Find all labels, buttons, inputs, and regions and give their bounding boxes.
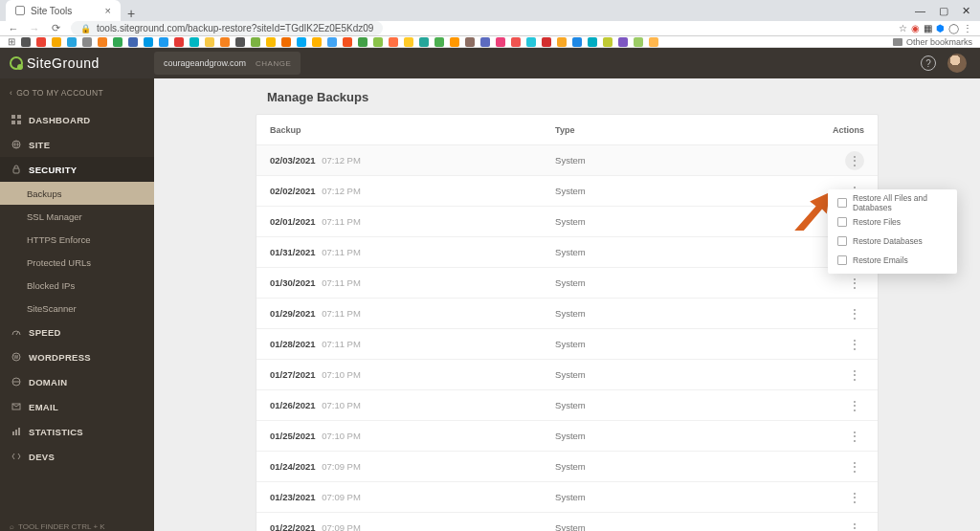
browser-tabbar: Site Tools × + — ▢ ✕ [0,0,980,21]
browser-tab-active[interactable]: Site Tools × [6,0,121,21]
bookmark-icon[interactable] [557,37,567,47]
profile-icon[interactable]: ◯ [948,23,959,33]
bookmark-icon[interactable] [404,37,413,47]
row-actions-button[interactable]: ⋮ [845,396,864,415]
bookmark-icon[interactable] [52,37,61,47]
menu-item-restore-files[interactable]: Restore Files [828,212,957,232]
bookmark-icon[interactable] [297,37,306,47]
bookmark-icon[interactable] [465,37,475,47]
help-icon[interactable]: ? [921,55,936,71]
sidebar-item-site[interactable]: SITE [0,132,154,157]
forward-icon[interactable]: → [29,23,40,34]
bookmark-icon[interactable] [634,37,643,47]
bookmark-icon[interactable] [358,37,368,47]
avatar[interactable] [947,54,967,73]
close-icon[interactable]: × [105,5,111,16]
bookmark-icon[interactable] [82,37,92,47]
bookmark-icon[interactable] [434,37,444,47]
bookmark-icon[interactable] [189,37,199,47]
bookmark-icon[interactable] [251,37,260,47]
bookmark-icon[interactable] [572,37,582,47]
apps-icon[interactable]: ⊞ [8,36,15,47]
bookmark-icon[interactable] [480,37,490,47]
new-tab-button[interactable]: + [121,6,142,21]
bookmark-icon[interactable] [526,37,536,47]
row-actions-button[interactable]: ⋮ [845,151,864,170]
bookmark-icon[interactable] [220,37,230,47]
site-selector[interactable]: courageandgrow.com CHANGE [154,52,301,75]
reload-icon[interactable]: ⟳ [50,22,61,34]
minimize-icon[interactable]: — [915,5,925,17]
bookmark-icon[interactable] [588,37,597,47]
tool-finder[interactable]: ⌕ TOOL FINDER CTRL + K [0,509,154,531]
sidebar-subitem-protected-urls[interactable]: Protected URLs [0,251,154,274]
sidebar-item-speed[interactable]: SPEED [0,320,154,344]
bookmark-icon[interactable] [542,37,551,47]
back-icon[interactable]: ← [8,23,19,34]
bookmark-icon[interactable] [327,37,337,47]
sidebar-subitem-blocked-ips[interactable]: Blocked IPs [0,274,154,297]
bookmark-icon[interactable] [235,37,245,47]
change-site-link[interactable]: CHANGE [256,59,291,68]
bookmark-icon[interactable] [266,37,276,47]
menu-item-restore-emails[interactable]: Restore Emails [828,251,957,270]
maximize-icon[interactable]: ▢ [939,5,948,17]
bookmark-icon[interactable] [159,37,168,47]
bookmark-icon[interactable] [128,37,138,47]
bookmark-icon[interactable] [36,37,46,47]
cell-backup: 02/01/2021 07:11 PM [270,216,555,227]
menu-icon[interactable]: ⋮ [963,23,972,33]
bookmark-icon[interactable] [312,37,322,47]
bookmark-icon[interactable] [67,37,77,47]
go-to-account-link[interactable]: ‹ GO TO MY ACCOUNT [0,78,154,107]
bookmark-icon[interactable] [649,37,658,47]
bookmark-icon[interactable] [618,37,628,47]
sidebar-item-security[interactable]: SECURITY [0,157,154,182]
sidebar-item-wordpress[interactable]: WWORDPRESS [0,344,154,369]
bookmark-icon[interactable] [205,37,214,47]
bookmark-icon[interactable] [343,37,352,47]
sidebar-subitem-https-enforce[interactable]: HTTPS Enforce [0,228,154,251]
sidebar-item-email[interactable]: EMAIL [0,394,154,419]
other-bookmarks-button[interactable]: Other bookmarks [893,37,972,47]
bookmark-icon[interactable] [174,37,184,47]
bookmark-icon[interactable] [113,37,122,47]
address-field[interactable]: 🔒 tools.siteground.com/backup-restore?si… [71,21,383,35]
extension-icon[interactable]: ▦ [924,23,932,33]
sidebar-item-dashboard[interactable]: DASHBOARD [0,107,154,132]
row-actions-button[interactable]: ⋮ [845,488,864,507]
sidebar-subitem-sitescanner[interactable]: SiteScanner [0,297,154,320]
bookmark-icon[interactable] [450,37,459,47]
svg-rect-11 [15,430,17,435]
sidebar-subitem-backups[interactable]: Backups [0,182,154,205]
row-actions-button[interactable]: ⋮ [845,519,864,532]
row-actions-button[interactable]: ⋮ [845,304,864,323]
row-actions-button[interactable]: ⋮ [845,335,864,354]
bookmark-icon[interactable] [144,37,153,47]
star-icon[interactable]: ☆ [899,23,907,33]
bookmark-icon[interactable] [98,37,107,47]
bookmark-icon[interactable] [373,37,383,47]
menu-item-restore-databases[interactable]: Restore Databases [828,232,957,251]
window-close-icon[interactable]: ✕ [962,5,970,17]
bookmark-icon[interactable] [281,37,291,47]
bookmark-icon[interactable] [603,37,612,47]
row-actions-button[interactable]: ⋮ [845,427,864,446]
menu-item-restore-all-files-and-databases[interactable]: Restore All Files and Databases [828,193,957,212]
bookmark-icon[interactable] [496,37,505,47]
bookmark-icon[interactable] [389,37,398,47]
row-actions-button[interactable]: ⋮ [845,274,864,293]
bookmark-icon[interactable] [511,37,521,47]
sidebar-item-devs[interactable]: DEVS [0,444,154,469]
bookmark-icon[interactable] [21,37,31,47]
extension-icon[interactable]: ◉ [911,23,920,33]
sidebar-item-domain[interactable]: DOMAIN [0,369,154,394]
logo[interactable]: SiteGround [0,55,154,71]
email-icon [11,402,21,411]
row-actions-button[interactable]: ⋮ [845,365,864,385]
bookmark-icon[interactable] [419,37,429,47]
row-actions-button[interactable]: ⋮ [845,457,864,476]
sidebar-subitem-ssl-manager[interactable]: SSL Manager [0,205,154,228]
extension-icon[interactable]: ⬢ [936,23,945,33]
sidebar-item-statistics[interactable]: STATISTICS [0,419,154,444]
